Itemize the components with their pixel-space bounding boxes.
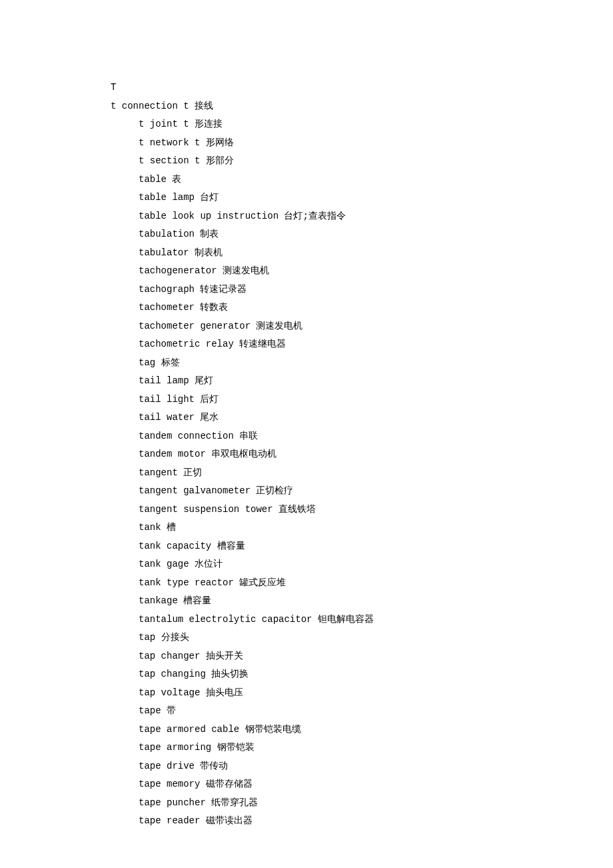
glossary-entry: tankage 槽容量 [111,592,613,611]
glossary-entry: tangent galvanometer 正切检疗 [111,482,613,501]
glossary-entry: tail lamp 尾灯 [111,372,613,391]
glossary-entry: tangent 正切 [111,464,613,483]
glossary-entry: tabulation 制表 [111,225,613,244]
glossary-entry: tag 标签 [111,354,613,373]
glossary-entry: t section t 形部分 [111,152,613,171]
glossary-entry: tap voltage 抽头电压 [111,684,613,703]
glossary-entry: tape reader 磁带读出器 [111,812,613,831]
glossary-entry: tap 分接头 [111,629,613,647]
glossary-entry: tape memory 磁带存储器 [111,775,613,794]
glossary-entry: tachometer generator 测速发电机 [111,317,613,336]
glossary-entry: tandem motor 串双电枢电动机 [111,445,613,464]
glossary-entry: table 表 [111,171,613,189]
glossary-entry: tap changing 抽头切换 [111,665,613,684]
glossary-entry: table lamp 台灯 [111,189,613,207]
glossary-entry: tape armoring 钢带铠装 [111,739,613,757]
glossary-entry: tantalum electrolytic capacitor 钽电解电容器 [111,611,613,629]
section-header: T [111,79,613,97]
glossary-entry: tape puncher 纸带穿孔器 [111,794,613,813]
subheader-line: t connection t 接线 [111,97,613,116]
document-page: T t connection t 接线 t joint t 形连接t netwo… [0,0,613,831]
glossary-entry: tank 槽 [111,519,613,537]
glossary-entry: tank capacity 槽容量 [111,537,613,556]
glossary-entry: tank type reactor 罐式反应堆 [111,574,613,593]
glossary-entry: t joint t 形连接 [111,115,613,134]
glossary-entry: tachograph 转速记录器 [111,281,613,299]
glossary-entry: tape armored cable 钢带铠装电缆 [111,721,613,739]
glossary-entry: tachogenerator 测速发电机 [111,262,613,281]
glossary-entry: tabulator 制表机 [111,244,613,263]
glossary-entry: tape drive 带传动 [111,757,613,776]
glossary-entry: tail light 后灯 [111,391,613,409]
glossary-entry: table look up instruction 台灯;查表指令 [111,207,613,226]
glossary-entry: tail water 尾水 [111,409,613,427]
glossary-entry: tachometric relay 转速继电器 [111,335,613,354]
glossary-entry: tap changer 抽头开关 [111,647,613,666]
glossary-entry: tank gage 水位计 [111,555,613,574]
glossary-entry: tandem connection 串联 [111,427,613,446]
glossary-entry: tachometer 转数表 [111,299,613,317]
glossary-entry: tangent suspension tower 直线铁塔 [111,501,613,519]
glossary-list: t joint t 形连接t network t 形网络t section t … [111,115,613,831]
glossary-entry: t network t 形网络 [111,134,613,153]
glossary-entry: tape 带 [111,702,613,721]
